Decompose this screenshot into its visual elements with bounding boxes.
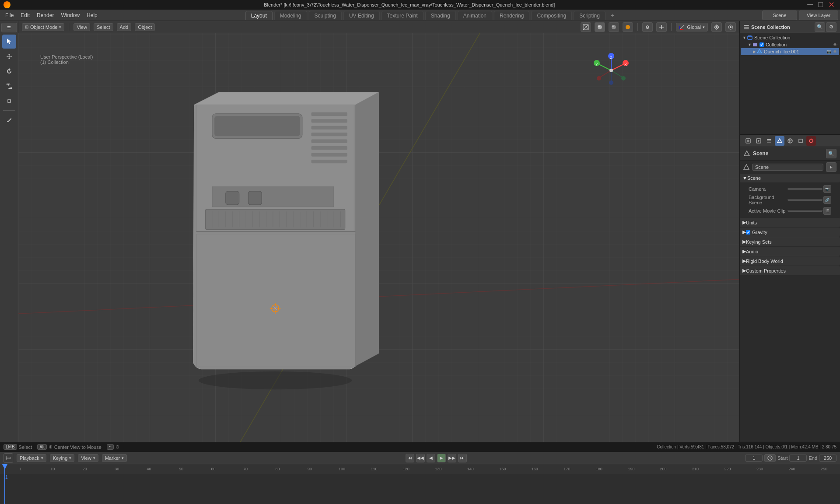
- select-menu[interactable]: Select: [94, 23, 113, 31]
- current-frame-input[interactable]: 1: [745, 455, 763, 462]
- transform-tool[interactable]: [2, 94, 16, 108]
- keying-sets-toggle[interactable]: ▶ Keying Sets: [740, 237, 840, 246]
- play-btn[interactable]: ▶: [437, 454, 446, 462]
- outliner-scene-collection[interactable]: ▼ Scene Collection: [741, 34, 839, 41]
- world-properties-icon[interactable]: [785, 136, 795, 146]
- gizmo-toggle[interactable]: [656, 22, 667, 32]
- jump-end-btn[interactable]: ⏭: [458, 454, 467, 462]
- menu-help[interactable]: Help: [83, 11, 101, 19]
- marker-dropdown[interactable]: Marker ▾: [102, 454, 127, 462]
- window-title: Blender* [k:\!!!conv_3\72\Touchless_Wate…: [13, 2, 805, 7]
- tab-animation[interactable]: Animation: [458, 11, 492, 20]
- scene-name-input[interactable]: Scene: [752, 164, 823, 171]
- minimize-button[interactable]: ─: [805, 0, 815, 10]
- active-clip-value[interactable]: [788, 210, 822, 212]
- rigid-body-world-toggle[interactable]: ▶ Rigid Body World: [740, 256, 840, 266]
- step-forward-btn[interactable]: ▶▶: [448, 454, 456, 462]
- tab-shading[interactable]: Shading: [425, 11, 456, 20]
- keying-dropdown[interactable]: Keying ▾: [50, 454, 75, 462]
- custom-properties-toggle[interactable]: ▶ Custom Properties: [740, 266, 840, 275]
- view-layer-selector[interactable]: View Layer: [799, 10, 838, 20]
- collection-visibility-checkbox[interactable]: [760, 42, 764, 47]
- add-menu[interactable]: Add: [117, 23, 132, 31]
- camera-restrict-icon[interactable]: 📷: [826, 49, 831, 54]
- outliner-mesh-item[interactable]: ▶ Quench_Ice.001 📷 👁: [741, 48, 839, 55]
- scene-properties-icon[interactable]: [775, 136, 784, 146]
- frame-num-250: 250: [808, 467, 840, 471]
- snap-toggle[interactable]: [711, 22, 722, 32]
- viewport-shading-material[interactable]: [609, 22, 619, 32]
- menu-edit[interactable]: Edit: [17, 11, 33, 19]
- viewport-shading-rendered[interactable]: [623, 22, 633, 32]
- output-properties-icon[interactable]: [754, 136, 763, 146]
- background-scene-btn[interactable]: 🔗: [823, 196, 831, 204]
- scene-section-content: Camera 📷 Background Scene 🔗 Active Movie…: [740, 182, 840, 217]
- proportional-edit[interactable]: [725, 22, 736, 32]
- render-properties-icon[interactable]: [743, 136, 753, 146]
- collection-eye-icon[interactable]: 👁: [833, 42, 837, 47]
- maximize-button[interactable]: □: [816, 0, 825, 10]
- object-mode-dropdown[interactable]: ⊞ Object Mode ▾: [22, 23, 64, 31]
- close-button[interactable]: ✕: [826, 0, 836, 10]
- timeline-mode-icon[interactable]: [4, 453, 13, 463]
- overlay-toggle[interactable]: [642, 22, 653, 32]
- active-clip-btn[interactable]: 🎬: [823, 207, 831, 215]
- playback-dropdown[interactable]: Playback ▾: [17, 454, 46, 462]
- svg-rect-84: [744, 25, 749, 26]
- menu-window[interactable]: Window: [57, 11, 83, 19]
- rotate-tool[interactable]: [2, 64, 16, 78]
- mesh-eye-icon[interactable]: 👁: [833, 49, 837, 54]
- tab-modeling[interactable]: Modeling: [274, 11, 307, 20]
- cursor-tool[interactable]: [2, 35, 16, 49]
- outliner-collection[interactable]: ▼ Collection 👁: [741, 41, 839, 48]
- scene-fake-user-btn[interactable]: F: [826, 162, 836, 172]
- jump-start-btn[interactable]: ⏮: [406, 454, 414, 462]
- outliner-settings-btn[interactable]: ⚙: [826, 22, 836, 32]
- timeline-track-area[interactable]: 1: [0, 474, 840, 504]
- mode-toggle[interactable]: ☰: [1, 23, 17, 32]
- move-tool[interactable]: [2, 49, 16, 63]
- step-back-btn[interactable]: ◀◀: [416, 454, 425, 462]
- add-workspace-button[interactable]: +: [607, 10, 618, 20]
- scene-section-toggle[interactable]: ▼ Scene: [740, 174, 840, 182]
- navigation-gizmo[interactable]: Z X Y: [592, 51, 631, 90]
- 3d-viewport[interactable]: User Perspective (Local) (1) Collection …: [18, 21, 739, 452]
- camera-selector-btn[interactable]: 📷: [823, 185, 831, 193]
- object-properties-icon[interactable]: [796, 136, 805, 146]
- tab-rendering[interactable]: Rendering: [494, 11, 529, 20]
- background-scene-value[interactable]: [788, 199, 822, 201]
- physics-properties-icon[interactable]: [806, 136, 816, 146]
- menu-render[interactable]: Render: [33, 11, 57, 19]
- scale-tool[interactable]: [2, 79, 16, 93]
- props-search-btn[interactable]: 🔍: [826, 149, 836, 158]
- object-menu[interactable]: Object: [135, 23, 155, 31]
- timeline-playhead[interactable]: [4, 464, 5, 504]
- units-section-toggle[interactable]: ▶ Units: [740, 218, 840, 227]
- end-frame-input[interactable]: 250: [819, 455, 836, 462]
- measure-tool[interactable]: [2, 128, 16, 142]
- tab-texture-paint[interactable]: Texture Paint: [382, 11, 424, 20]
- tab-uv-editing[interactable]: UV Editing: [343, 11, 380, 20]
- camera-value[interactable]: [788, 188, 822, 190]
- play-back-btn[interactable]: ◀: [427, 454, 435, 462]
- audio-section-toggle[interactable]: ▶ Audio: [740, 247, 840, 256]
- start-frame-input[interactable]: 1: [789, 455, 807, 462]
- gravity-section-toggle[interactable]: ▶ Gravity: [740, 228, 840, 237]
- timeline-body[interactable]: 1 10 20 30 40 50 60 70 80 90 100 110 120…: [0, 464, 840, 504]
- view-layer-properties-icon[interactable]: [764, 136, 774, 146]
- viewport-shading-solid[interactable]: [595, 22, 605, 32]
- gravity-checkbox[interactable]: [746, 230, 750, 234]
- tab-scripting[interactable]: Scripting: [574, 11, 606, 20]
- annotate-tool[interactable]: [2, 113, 16, 127]
- menu-file[interactable]: File: [2, 11, 17, 19]
- view-dropdown[interactable]: View ▾: [78, 454, 98, 462]
- scene-selector[interactable]: Scene: [762, 10, 797, 20]
- view-menu[interactable]: View: [74, 23, 90, 31]
- transform-orientation[interactable]: Global ▾: [676, 23, 708, 32]
- tab-sculpting[interactable]: Sculpting: [309, 11, 342, 20]
- tab-compositing[interactable]: Compositing: [531, 11, 572, 20]
- transform-orientation-label: Global: [687, 24, 701, 30]
- viewport-shading-wireframe[interactable]: [581, 22, 591, 32]
- tab-layout[interactable]: Layout: [245, 11, 273, 20]
- outliner-filter-btn[interactable]: 🔍: [815, 22, 825, 32]
